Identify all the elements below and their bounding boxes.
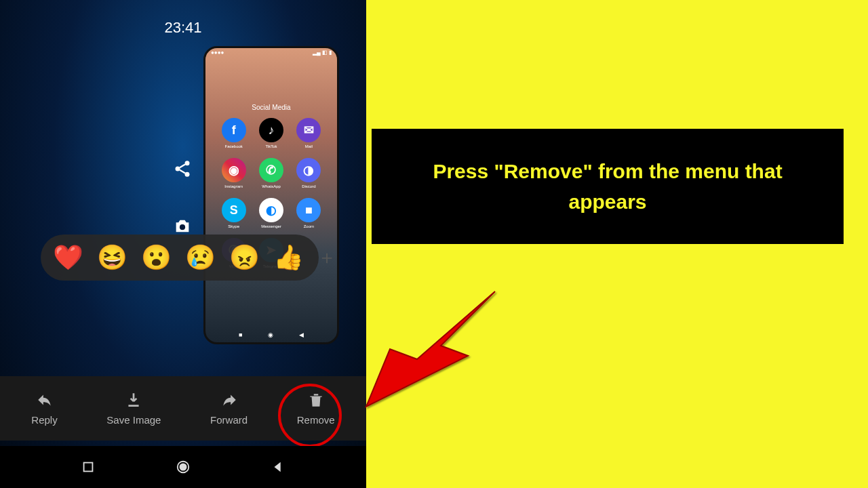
svg-point-3	[180, 224, 185, 230]
recent-apps-icon[interactable]	[81, 460, 96, 474]
app-tiktok[interactable]: ♪TikTok	[255, 118, 287, 148]
reaction-like[interactable]: 👍	[273, 243, 304, 272]
phone-screenshot-panel: 23:41 ●●●●▂▄ ◧ ▮ Social Media fFacebook♪…	[0, 0, 366, 488]
inner-nav-bar: ■◉◀	[205, 331, 337, 338]
svg-point-2	[185, 172, 190, 177]
instruction-callout: Press "Remove" from the menu that appear…	[372, 129, 844, 244]
save-image-button[interactable]: Save Image	[106, 391, 161, 426]
folder-title: Social Media	[205, 104, 337, 111]
forward-icon	[220, 391, 238, 409]
reply-icon	[36, 391, 54, 409]
svg-point-6	[180, 464, 186, 470]
instruction-text: Press "Remove" from the menu that appear…	[392, 156, 823, 217]
trash-icon	[307, 391, 325, 409]
app-mail[interactable]: ✉Mail	[293, 118, 325, 148]
svg-point-1	[176, 167, 180, 171]
home-icon[interactable]	[176, 460, 191, 474]
app-facebook[interactable]: fFacebook	[218, 118, 250, 148]
reaction-heart[interactable]: ❤️	[53, 243, 83, 272]
android-nav-bar	[0, 446, 366, 488]
reaction-angry[interactable]: 😠	[229, 243, 260, 272]
app-discord[interactable]: ◑Discord	[293, 158, 325, 188]
app-zoom[interactable]: ■Zoom	[293, 198, 325, 228]
app-instagram[interactable]: ◉Instagram	[218, 158, 250, 188]
save-image-label: Save Image	[106, 414, 161, 426]
svg-rect-4	[84, 463, 93, 472]
reply-label: Reply	[31, 414, 57, 426]
add-reaction-button[interactable]: ＋	[317, 247, 336, 268]
reaction-laugh[interactable]: 😆	[97, 243, 127, 272]
app-skype[interactable]: SSkype	[218, 198, 250, 228]
back-icon[interactable]	[271, 460, 285, 474]
reaction-bar: ❤️ 😆 😮 😢 😠 👍 ＋	[41, 235, 319, 281]
forward-button[interactable]: Forward	[210, 391, 248, 426]
remove-button[interactable]: Remove	[297, 391, 335, 426]
reply-button[interactable]: Reply	[31, 391, 57, 426]
inner-status-bar: ●●●●▂▄ ◧ ▮	[205, 48, 337, 59]
forward-label: Forward	[210, 414, 248, 426]
reaction-sad[interactable]: 😢	[185, 243, 216, 272]
download-icon	[125, 391, 142, 409]
message-action-bar: Reply Save Image Forward Remove	[0, 376, 366, 441]
svg-point-0	[185, 161, 190, 165]
status-clock: 23:41	[164, 19, 201, 37]
nested-phone-screenshot: ●●●●▂▄ ◧ ▮ Social Media fFacebook♪TikTok…	[203, 46, 339, 344]
camera-icon[interactable]	[173, 217, 192, 236]
app-messenger[interactable]: ◐Messenger	[255, 198, 287, 228]
reaction-wow[interactable]: 😮	[141, 243, 172, 272]
share-icon[interactable]	[173, 159, 192, 178]
remove-label: Remove	[297, 414, 335, 426]
app-whatsapp[interactable]: ✆WhatsApp	[255, 158, 287, 188]
